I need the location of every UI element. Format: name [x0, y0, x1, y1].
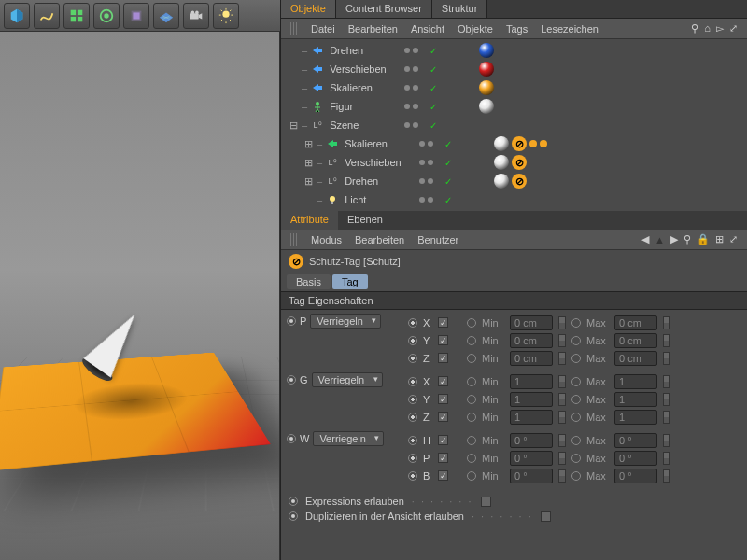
material-ball[interactable] — [479, 99, 494, 114]
spinner[interactable] — [558, 334, 566, 347]
tree-toggle-icon[interactable]: ⊞ — [303, 157, 313, 169]
axis-radio[interactable] — [408, 454, 417, 463]
min-radio[interactable] — [467, 471, 476, 481]
expand-icon[interactable]: ⤢ — [729, 233, 738, 245]
group-radio[interactable] — [287, 316, 296, 326]
axis-radio[interactable] — [408, 436, 417, 445]
visibility-dots[interactable]: ✓ — [404, 64, 470, 75]
axis-checkbox[interactable] — [438, 335, 448, 345]
tree-row[interactable]: ⊞–L⁰Drehen✓⊘ — [281, 172, 747, 190]
tree-toggle-icon[interactable]: ⊞ — [303, 138, 313, 150]
arrow-icon[interactable]: ▻ — [716, 22, 724, 35]
menu-lesezeichen[interactable]: Lesezeichen — [541, 23, 599, 35]
axis-checkbox[interactable] — [438, 453, 448, 463]
visibility-dots[interactable]: ✓ — [404, 120, 470, 131]
tree-row[interactable]: –Verschieben✓ — [281, 60, 747, 78]
menu-bearbeiten[interactable]: Bearbeiten — [348, 23, 398, 35]
protection-tag-icon[interactable]: ⊘ — [512, 174, 527, 189]
tree-label[interactable]: Skalieren — [343, 138, 416, 149]
axis-checkbox[interactable] — [438, 394, 448, 404]
tool-camera[interactable] — [183, 3, 209, 29]
visibility-dots[interactable]: ✓ — [419, 158, 485, 168]
spinner[interactable] — [663, 393, 670, 406]
tab-content-browser[interactable]: Content Browser — [336, 0, 432, 18]
axis-radio[interactable] — [408, 395, 417, 404]
material-ball[interactable] — [494, 155, 509, 170]
axis-radio[interactable] — [408, 336, 417, 345]
tab-objekte[interactable]: Objekte — [281, 0, 336, 18]
min-field[interactable]: 0 ° — [510, 451, 553, 466]
menu-objekte[interactable]: Objekte — [458, 23, 493, 35]
tool-floor[interactable] — [153, 3, 179, 29]
axis-radio[interactable] — [408, 413, 417, 422]
spinner[interactable] — [558, 411, 566, 424]
tree-row[interactable]: –Figur✓ — [281, 97, 747, 116]
tree-row[interactable]: ⊟–L⁰Szene✓ — [281, 116, 747, 134]
tab-ebenen[interactable]: Ebenen — [338, 211, 392, 230]
material-ball[interactable] — [479, 43, 494, 58]
tree-label[interactable]: Figur — [328, 101, 401, 112]
spinner[interactable] — [663, 352, 670, 365]
tree-label[interactable]: Drehen — [343, 175, 416, 187]
axis-checkbox[interactable] — [438, 435, 448, 445]
tree-label[interactable]: Verschieben — [343, 157, 416, 168]
min-field[interactable]: 0 cm — [510, 351, 553, 366]
tool-cube[interactable] — [4, 3, 30, 29]
tree-label[interactable]: Skalieren — [328, 82, 401, 93]
axis-checkbox[interactable] — [438, 353, 448, 363]
material-ball[interactable] — [479, 80, 494, 95]
settings-icon[interactable]: ⊞ — [715, 233, 724, 245]
axis-radio[interactable] — [408, 471, 417, 481]
tree-row[interactable]: ⊞–Skalieren✓⊘ — [281, 134, 747, 153]
tree-label[interactable]: Szene — [328, 119, 401, 131]
visibility-dots[interactable]: ✓ — [419, 176, 485, 187]
axis-radio[interactable] — [408, 354, 417, 363]
lock-dropdown[interactable]: Verriegeln — [312, 372, 383, 387]
spinner[interactable] — [663, 375, 670, 388]
min-radio[interactable] — [467, 318, 476, 328]
lock-dropdown[interactable]: Verriegeln — [310, 314, 381, 329]
min-field[interactable]: 0 cm — [510, 315, 553, 330]
max-radio[interactable] — [571, 377, 581, 386]
spinner[interactable] — [558, 452, 566, 465]
spinner[interactable] — [558, 469, 566, 483]
menu-benutzer[interactable]: Benutzer — [417, 234, 458, 245]
option-radio[interactable] — [289, 511, 298, 521]
min-radio[interactable] — [467, 413, 476, 422]
axis-checkbox[interactable] — [438, 317, 448, 328]
tree-row[interactable]: –Drehen✓ — [281, 41, 747, 60]
max-radio[interactable] — [571, 436, 581, 445]
min-radio[interactable] — [467, 377, 476, 386]
nav-back-icon[interactable]: ◀ — [641, 233, 649, 245]
spinner[interactable] — [558, 393, 566, 406]
max-radio[interactable] — [571, 336, 581, 345]
home-icon[interactable]: ⌂ — [704, 22, 711, 35]
max-field[interactable]: 0 ° — [614, 469, 657, 483]
visibility-dots[interactable]: ✓ — [419, 195, 485, 205]
spinner[interactable] — [663, 334, 670, 347]
material-ball[interactable] — [494, 174, 509, 189]
min-radio[interactable] — [467, 336, 476, 345]
max-field[interactable]: 0 cm — [614, 351, 657, 366]
min-field[interactable]: 0 ° — [510, 433, 553, 448]
tool-spline[interactable] — [34, 3, 60, 29]
max-radio[interactable] — [571, 354, 581, 363]
group-radio[interactable] — [287, 434, 296, 443]
visibility-dots[interactable]: ✓ — [404, 83, 470, 93]
visibility-dots[interactable]: ✓ — [404, 102, 470, 112]
spinner[interactable] — [663, 411, 670, 424]
group-radio[interactable] — [287, 375, 296, 385]
min-field[interactable]: 1 — [510, 392, 553, 407]
3d-viewport[interactable] — [0, 32, 280, 560]
tree-toggle-icon[interactable]: ⊞ — [303, 175, 313, 188]
max-field[interactable]: 0 ° — [614, 433, 657, 448]
max-field[interactable]: 1 — [614, 410, 657, 425]
max-radio[interactable] — [571, 395, 581, 404]
lock-icon[interactable]: 🔒 — [697, 233, 710, 245]
spinner[interactable] — [663, 452, 670, 465]
tree-label[interactable]: Verschieben — [328, 63, 401, 75]
min-radio[interactable] — [467, 354, 476, 363]
material-ball[interactable] — [479, 62, 494, 77]
spinner[interactable] — [663, 434, 670, 447]
axis-checkbox[interactable] — [438, 376, 448, 386]
